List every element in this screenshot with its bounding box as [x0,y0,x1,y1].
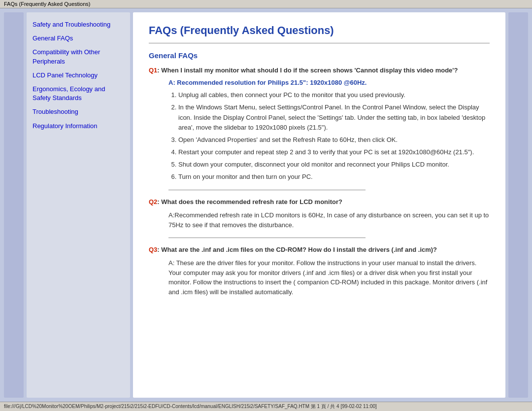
q1-a-label: A [168,79,173,86]
q1-step-4: Restart your computer and repeat step 2 … [178,147,490,158]
q3-label: Q3 [149,246,157,253]
q2-block: Q2: What does the recommended refresh ra… [149,198,490,230]
status-bar: file:///G|/LCD%20Monitor%20OEM/Philips/M… [0,402,532,411]
q1-answer-heading-text: : Recommended resolution for Philips 21.… [173,79,366,86]
nav-item-troubleshooting[interactable]: Troubleshooting [33,107,124,116]
nav-item-general-faqs[interactable]: General FAQs [33,34,124,43]
q3-answer-body: : These are the driver files for your mo… [168,259,487,296]
q1-step-2: In the Windows Start Menu, select Settin… [178,103,490,133]
nav-item-safety[interactable]: Safety and Troubleshooting [33,20,124,29]
title-bar-text: FAQs (Frequently Asked Questions) [4,1,90,7]
q1-steps-list: Unplug all cables, then connect your PC … [178,90,490,182]
right-sidebar [508,12,528,398]
page-title: FAQs (Frequently Asked Questions) [149,24,490,37]
q1-text: : When I install my monitor what should … [157,67,458,74]
nav-item-regulatory[interactable]: Regulatory Information [33,122,124,131]
q2-question: Q2: What does the recommended refresh ra… [149,198,490,206]
q2-label: Q2 [149,198,157,206]
left-sidebar [4,12,24,398]
q2-divider [168,238,366,238]
q3-question: Q3: What are the .inf and .icm files on … [149,246,490,253]
q1-answer-heading: A: Recommended resolution for Philips 21… [168,79,490,86]
q2-text: : What does the recommended refresh rate… [157,198,342,206]
q1-step-5: Shut down your computer, disconnect your… [178,160,490,170]
q3-a-label: A [168,259,173,267]
q1-label: Q1 [149,67,157,74]
q2-answer-text: A:Recommended refresh rate in LCD monito… [168,210,490,230]
status-bar-text: file:///G|/LCD%20Monitor%20OEM/Philips/M… [4,404,377,409]
top-divider [149,43,490,43]
q1-step-6: Turn on your monitor and then turn on yo… [178,172,490,182]
nav-item-compatibility[interactable]: Compatibility with Other Peripherals [33,48,124,66]
q1-answer-block: A: Recommended resolution for Philips 21… [168,79,490,182]
content-area: FAQs (Frequently Asked Questions) Genera… [133,12,505,398]
q3-answer-block: A: These are the driver files for your m… [168,258,490,297]
title-bar: FAQs (Frequently Asked Questions) [0,0,532,8]
q3-answer-text: A: These are the driver files for your m… [168,258,490,297]
q2-answer-body: :Recommended refresh rate in LCD monitor… [168,211,489,229]
q1-step-1: Unplug all cables, then connect your PC … [178,90,490,101]
section-title: General FAQs [149,51,490,60]
q1-divider [168,190,366,190]
q1-step-3: Open 'Advanced Properties' and set the R… [178,135,490,145]
nav-item-lcd-panel[interactable]: LCD Panel Technology [33,71,124,80]
nav-item-ergonomics[interactable]: Ergonomics, Ecology and Safety Standards [33,85,124,103]
q1-question: Q1: When I install my monitor what shoul… [149,67,490,74]
q3-block: Q3: What are the .inf and .icm files on … [149,246,490,297]
q3-text: : What are the .inf and .icm files on th… [157,246,437,253]
q1-block: Q1: When I install my monitor what shoul… [149,67,490,182]
nav-panel: Safety and Troubleshooting General FAQs … [27,12,130,398]
q2-a-label: A [168,211,173,219]
q2-answer-block: A:Recommended refresh rate in LCD monito… [168,210,490,230]
